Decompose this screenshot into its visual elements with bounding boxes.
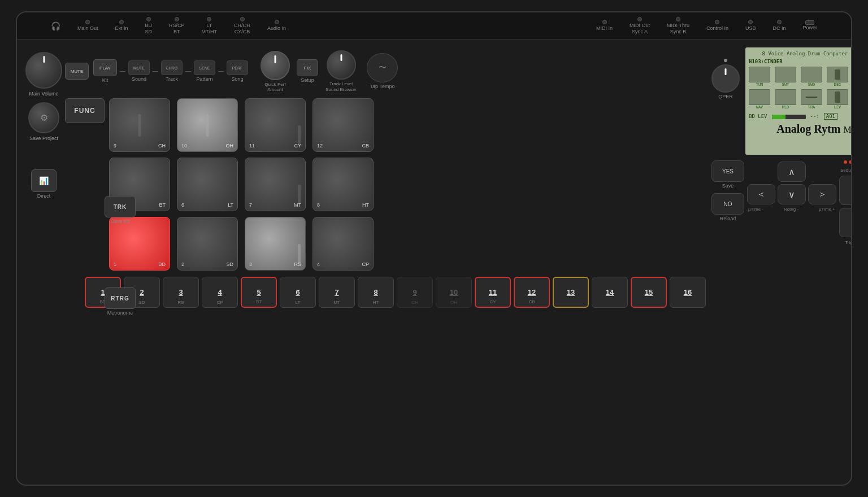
pad-7-group: 7 MT (245, 158, 306, 211)
main-volume-label: Main Volume (29, 91, 58, 97)
func-btn[interactable]: FUNC (65, 98, 105, 123)
track-level-knob[interactable] (327, 50, 356, 80)
step-14-btn[interactable]: 14 (592, 277, 628, 308)
track-label: Track (166, 76, 178, 82)
pad-row-1: 9 CH 10 OH (109, 98, 374, 152)
trk-btn[interactable]: TRK (105, 196, 136, 217)
kit-label: Kit (102, 77, 108, 83)
display-screen: 8 Voice Analog Drum Computer & Sampler H… (745, 47, 852, 155)
step-7-btn[interactable]: 7 MT (319, 277, 355, 308)
utime-minus-btn[interactable]: ＜ (747, 184, 775, 204)
save-project-btn[interactable]: ⚙ (28, 102, 59, 133)
utime-plus-label: μTime + (819, 207, 835, 212)
main-volume-knob[interactable] (25, 52, 62, 89)
mute-mode-btn[interactable]: MUTE (128, 60, 150, 75)
pad-7[interactable]: 7 MT (245, 158, 306, 211)
display-param-lev: LEV (827, 89, 848, 110)
step-8-btn[interactable]: 8 HT (358, 277, 394, 308)
step-15-btn[interactable]: 15 (631, 277, 667, 308)
sound-label: Sound (132, 76, 146, 82)
quick-perf-label: Quick Perf Amount (258, 82, 292, 92)
oper-knob[interactable] (711, 64, 740, 93)
step-10-btn[interactable]: 10 OH (436, 277, 472, 308)
step-13-btn[interactable]: 13 (553, 277, 589, 308)
retrig-plus-btn[interactable]: ∧ (778, 162, 806, 182)
perf-btn[interactable]: PERF (227, 60, 248, 75)
scne-btn[interactable]: SCNE (194, 60, 215, 75)
display-param-swt: SWT (775, 67, 796, 87)
display-param-tra: TRA (801, 89, 822, 110)
ch-oh-port: CH/OH CY/CB (234, 17, 250, 35)
pattern-label: Pattern (196, 76, 212, 82)
pad-8[interactable]: 8 HT (313, 158, 374, 211)
pad-2[interactable]: 2 SD (177, 217, 238, 271)
display-param-tun: TUN (749, 67, 770, 87)
trig-mute-label: Trig Mute (845, 240, 852, 245)
pad-10-group: 10 OH (177, 98, 238, 152)
oper-group: QPER (711, 47, 740, 99)
analog-rytm-mkii: ⟋ 🎧 Main Out Ext In BD SD RS/CP BT LT MT… (16, 11, 852, 486)
pad-9[interactable]: 9 CH (109, 98, 170, 152)
retrig-minus-label: Retrig - (784, 207, 798, 212)
tap-tempo-group: 〜 Tap Tempo (367, 53, 398, 89)
mute-btn[interactable]: MUTE (65, 63, 89, 80)
step-6-btn[interactable]: 6 LT (280, 277, 316, 308)
bd-sd-port: BD SD (145, 17, 153, 35)
power-port: Power (802, 20, 817, 31)
tap-tempo-btn[interactable]: 〜 (367, 53, 398, 82)
pad-11[interactable]: 11 CY (245, 98, 306, 152)
track-level-label: Track Level Sound Browser (323, 81, 359, 92)
step-4-btn[interactable]: 4 CP (202, 277, 238, 308)
control-in-port: Control In (706, 20, 728, 32)
step-11-btn[interactable]: 11 CY (475, 277, 511, 308)
save-project-label: Save Project (29, 136, 58, 141)
pad-4[interactable]: 4 CP (313, 217, 374, 271)
usb-port: USB (745, 20, 756, 32)
pad-12[interactable]: 12 CB (313, 98, 374, 152)
step-16-btn[interactable]: 16 (670, 277, 706, 308)
rtrg-btn[interactable]: RTRG (105, 287, 136, 309)
retrig-minus-btn[interactable]: ∨ (778, 184, 806, 204)
step-3-btn[interactable]: 3 RS (163, 277, 199, 308)
pad-3-group: 3 RS (245, 217, 306, 271)
song-label: Song (231, 76, 243, 82)
utime-minus-label: μTime - (748, 207, 763, 212)
pad-6-group: 6 LT (177, 158, 238, 211)
pad-row-3: 1 BD 2 SD (109, 217, 374, 271)
step-12-btn[interactable]: 12 CB (514, 277, 550, 308)
pad-11-group: 11 CY (245, 98, 306, 152)
utime-plus-btn[interactable]: ＞ (808, 184, 836, 204)
save-project-group: ⚙ Save Project (28, 102, 59, 141)
pad-4-group: 4 CP (313, 217, 374, 271)
mute-mode-group: MUTE Sound (128, 60, 150, 82)
ext-in-port: Ext In (115, 20, 128, 32)
fix-btn[interactable]: FIX (297, 59, 318, 76)
midi-in-port: MIDI In (596, 20, 613, 32)
pad-8-group: 8 HT (313, 158, 374, 211)
play-btn[interactable]: PLAY (93, 59, 117, 76)
no-btn[interactable]: NO (711, 193, 744, 215)
pad-12-group: 12 CB (313, 98, 374, 152)
direct-btn[interactable]: 📊 (31, 169, 57, 192)
pattern-e-btn[interactable]: E (839, 208, 852, 237)
pad-10[interactable]: 10 OH (177, 98, 238, 152)
pad-3[interactable]: 3 RS (245, 217, 306, 271)
display-param-wav: WAV (749, 89, 770, 110)
lt-mt-ht-port: LT MT/HT (202, 17, 218, 35)
direct-start-led (849, 160, 852, 164)
display-pattern-label: A01 (824, 113, 837, 120)
step-5-btn[interactable]: 5 BT (241, 277, 277, 308)
dc-in-port: DC In (772, 20, 785, 32)
quick-perf-knob[interactable] (261, 51, 290, 80)
pad-6[interactable]: 6 LT (177, 158, 238, 211)
main-volume-group: Main Volume (25, 52, 62, 97)
display-track-label: BD LEV (749, 114, 767, 119)
tap-tempo-label: Tap Tempo (370, 84, 395, 89)
step-9-btn[interactable]: 9 CH (397, 277, 433, 308)
chro-btn[interactable]: CHRO (161, 60, 183, 75)
pattern-a-btn[interactable]: A (839, 176, 852, 205)
sequential-label: Sequential (840, 168, 852, 173)
connector-bar: 🎧 Main Out Ext In BD SD RS/CP BT LT MT/H… (17, 12, 851, 40)
yes-btn[interactable]: YES (711, 160, 744, 182)
main-out-port: Main Out (77, 20, 98, 32)
